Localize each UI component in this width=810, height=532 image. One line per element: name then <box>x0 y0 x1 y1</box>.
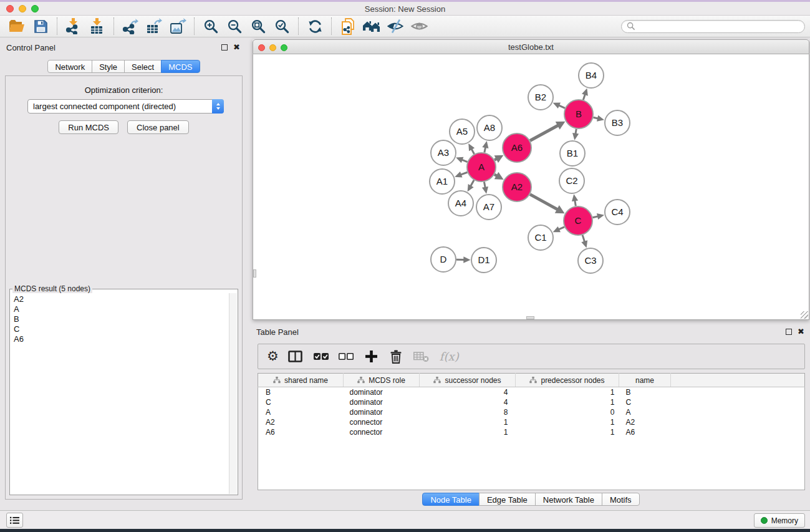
select-all-columns-button[interactable] <box>314 352 329 360</box>
table-cell[interactable]: A2 <box>258 417 344 427</box>
split-panel-button[interactable] <box>288 351 302 362</box>
table-cell[interactable]: connector <box>344 417 420 427</box>
table-header-row[interactable]: shared nameMCDS rolesuccessor nodesprede… <box>258 374 805 387</box>
table-cell[interactable]: dominator <box>344 397 420 407</box>
graph-edge-A-A3[interactable] <box>462 160 468 162</box>
create-column-button[interactable] <box>365 351 377 362</box>
tab-node-table[interactable]: Node Table <box>422 493 480 506</box>
table-row[interactable]: Cdominator41C <box>258 397 805 407</box>
table-cell[interactable]: 1 <box>516 397 619 407</box>
result-scrollbar[interactable] <box>229 293 237 494</box>
table-cell[interactable]: 8 <box>420 407 516 417</box>
zoom-out-button[interactable] <box>223 17 246 36</box>
run-mcds-button[interactable]: Run MCDS <box>59 120 118 134</box>
close-table-panel-button[interactable]: ✖ <box>798 329 804 335</box>
delete-table-button[interactable] <box>413 351 429 362</box>
table-cell[interactable]: C <box>258 397 344 407</box>
graph-edge-A-A5[interactable] <box>471 149 474 154</box>
table-cell[interactable]: 1 <box>516 387 619 397</box>
table-cell[interactable]: 4 <box>420 387 516 397</box>
table-cell[interactable]: dominator <box>344 387 420 397</box>
table-settings-button[interactable]: ⚙ <box>267 350 279 363</box>
export-network-button[interactable] <box>119 17 142 36</box>
unselect-all-columns-button[interactable] <box>339 352 354 360</box>
save-session-button[interactable] <box>29 17 52 36</box>
table-cell[interactable]: B <box>619 387 671 397</box>
mcds-result-item[interactable]: B <box>11 314 228 324</box>
search-input[interactable] <box>639 22 799 31</box>
resize-grip[interactable] <box>801 311 808 319</box>
tab-network[interactable]: Network <box>47 60 92 73</box>
table-cell[interactable]: 1 <box>516 427 619 437</box>
graph-edge-A-A7[interactable] <box>484 182 485 188</box>
import-table-button[interactable] <box>86 17 108 36</box>
table-row[interactable]: Bdominator41B <box>258 387 805 397</box>
zoom-selected-button[interactable] <box>271 17 293 36</box>
table-cell[interactable]: A6 <box>619 427 671 437</box>
table-cell[interactable]: B <box>258 387 344 397</box>
tab-network-table[interactable]: Network Table <box>535 493 602 506</box>
graph-edge-B-B2[interactable] <box>559 105 565 108</box>
mcds-result-item[interactable]: A2 <box>11 294 228 304</box>
column-header-successor-nodes[interactable]: successor nodes <box>420 374 516 387</box>
show-graphics-details-button[interactable] <box>408 17 430 36</box>
graph-edge-A-A4[interactable] <box>471 180 474 186</box>
network-window-titlebar[interactable]: testGlobe.txt <box>253 39 809 54</box>
table-cell[interactable]: connector <box>344 427 420 437</box>
column-header-mcds-role[interactable]: MCDS role <box>344 374 420 387</box>
vertical-scroll-nub[interactable] <box>253 269 256 278</box>
horizontal-scroll-nub[interactable] <box>526 316 534 319</box>
graph-edge-A-A1[interactable] <box>461 172 468 175</box>
table-row[interactable]: A2connector11A2 <box>258 417 805 427</box>
table-row[interactable]: Adominator80A <box>258 407 805 417</box>
table-cell[interactable]: A <box>258 407 344 417</box>
graph-edge-A-A8[interactable] <box>485 147 486 152</box>
table-cell[interactable]: 4 <box>420 397 516 407</box>
graph-edge-B-B3[interactable] <box>593 117 598 118</box>
zoom-fit-button[interactable] <box>247 17 269 36</box>
import-network-button[interactable] <box>62 17 85 36</box>
open-session-button[interactable] <box>6 17 28 36</box>
close-panel-button-mcds[interactable]: Close panel <box>127 120 189 134</box>
table-cell[interactable]: 1 <box>420 417 516 427</box>
close-panel-button[interactable]: ✖ <box>233 44 240 51</box>
table-cell[interactable]: A2 <box>619 417 671 427</box>
memory-button[interactable]: Memory <box>754 513 805 528</box>
task-history-button[interactable] <box>6 513 23 528</box>
column-header-predecessor-nodes[interactable]: predecessor nodes <box>516 374 619 387</box>
table-cell[interactable]: 1 <box>516 417 619 427</box>
mcds-result-item[interactable]: A <box>11 304 228 314</box>
graph-edge-B-B1[interactable] <box>576 129 576 134</box>
table-row[interactable]: A6connector11A6 <box>258 427 805 437</box>
graph-edge-A6-B[interactable] <box>530 125 558 141</box>
search-box[interactable] <box>621 20 805 33</box>
table-cell[interactable]: A6 <box>258 427 344 437</box>
tab-select[interactable]: Select <box>124 60 162 73</box>
graph-edge-A2-C[interactable] <box>530 195 557 210</box>
refresh-view-button[interactable] <box>304 17 326 36</box>
delete-columns-button[interactable] <box>390 350 402 364</box>
column-header-name[interactable]: name <box>619 374 671 387</box>
zoom-in-button[interactable] <box>200 17 222 36</box>
table-cell[interactable]: C <box>619 397 671 407</box>
column-header-shared-name[interactable]: shared name <box>258 374 344 387</box>
table-cell[interactable]: 1 <box>420 427 516 437</box>
export-table-button[interactable] <box>143 17 165 36</box>
graph-edge-C-C2[interactable] <box>575 200 576 206</box>
table-cell[interactable]: dominator <box>344 407 420 417</box>
export-image-button[interactable] <box>166 17 189 36</box>
home-button[interactable] <box>360 17 383 36</box>
network-canvas[interactable]: B4B2BB3A8A5A6B1A3AA1C2A2A4A7C4CC1C3DD1 <box>253 54 809 320</box>
tab-motifs[interactable]: Motifs <box>602 493 640 506</box>
clone-network-button[interactable] <box>337 17 359 36</box>
graph-edge-C-C4[interactable] <box>592 216 598 218</box>
graph-edge-B-B4[interactable] <box>583 94 585 100</box>
optimization-criterion-select[interactable]: largest connected component (directed) <box>27 99 224 114</box>
float-table-panel-button[interactable] <box>786 329 792 335</box>
function-builder-button[interactable]: f(x) <box>440 350 459 363</box>
hide-graphics-details-button[interactable] <box>384 17 407 36</box>
tab-mcds[interactable]: MCDS <box>161 60 200 73</box>
mcds-result-item[interactable]: A6 <box>11 334 228 344</box>
graph-edge-C-C1[interactable] <box>559 227 564 230</box>
tab-style[interactable]: Style <box>92 60 125 73</box>
